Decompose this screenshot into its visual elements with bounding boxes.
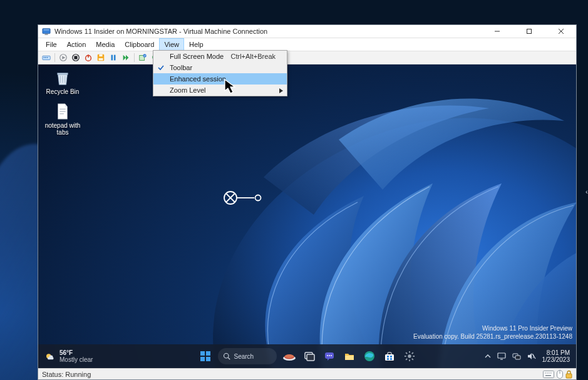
toolbar-separator [54, 53, 55, 62]
desktop-icon-recycle-bin[interactable]: Recycle Bin [41, 68, 85, 95]
ctrl-alt-del-button[interactable] [41, 52, 52, 63]
shut-down-button[interactable] [83, 52, 94, 63]
menu-item-toolbar[interactable]: Toolbar [153, 62, 287, 73]
monitor-tray-icon[interactable] [497, 352, 506, 360]
toolbar [38, 51, 576, 64]
svg-rect-18 [99, 54, 102, 57]
svg-marker-22 [123, 55, 126, 61]
maximize-button[interactable] [515, 25, 543, 38]
svg-rect-0 [43, 29, 50, 34]
search-placeholder: Search [234, 353, 254, 360]
windows-watermark: Windows 11 Pro Insider Preview Evaluatio… [413, 325, 572, 341]
start-menu-button[interactable] [198, 349, 213, 364]
save-button[interactable] [95, 52, 106, 63]
status-text: Status: Running [42, 371, 91, 378]
menu-item-zoom-level[interactable]: Zoom Level [153, 85, 287, 96]
recycle-bin-icon [53, 68, 72, 87]
taskbar-clock[interactable]: 8:01 PM 1/23/2023 [542, 349, 570, 363]
menu-item-label: Zoom Level [170, 86, 205, 94]
svg-rect-2 [44, 29, 49, 30]
weather-widget[interactable]: 56°F Mostly clear [38, 349, 99, 363]
svg-point-52 [329, 355, 330, 356]
guest-taskbar: 56°F Mostly clear Search [38, 344, 576, 368]
svg-rect-8 [44, 57, 45, 58]
menu-help[interactable]: Help [184, 38, 209, 51]
svg-rect-59 [390, 356, 392, 357]
svg-rect-48 [307, 354, 314, 361]
settings-button[interactable] [402, 349, 417, 364]
menu-item-full-screen-mode[interactable]: Full Screen Mode Ctrl+Alt+Break [153, 51, 287, 62]
menu-media[interactable]: Media [91, 38, 120, 51]
chevron-up-icon[interactable] [485, 353, 491, 359]
guest-desktop[interactable]: Recycle Bin notepad with tabs Windows 11… [38, 64, 576, 368]
svg-rect-41 [206, 357, 210, 361]
menu-item-label: Enhanced session [170, 75, 226, 83]
store-button[interactable] [382, 349, 397, 364]
folder-icon [344, 351, 355, 362]
lock-status-icon [565, 370, 572, 379]
watermark-line1: Windows 11 Pro Insider Preview [413, 325, 572, 333]
close-button[interactable] [547, 25, 575, 38]
weather-cond: Mostly clear [59, 356, 93, 363]
reset-button[interactable] [120, 52, 132, 63]
check-icon [157, 64, 165, 71]
weather-icon [44, 351, 56, 362]
watermark-line2: Evaluation copy. Build 25281.rs_prerelea… [413, 333, 572, 341]
svg-rect-61 [390, 358, 392, 360]
svg-point-62 [408, 354, 411, 357]
mouse-status-icon [557, 370, 563, 379]
taskbar-search[interactable]: Search [218, 348, 277, 364]
speaker-tray-icon[interactable] [527, 352, 536, 360]
menu-clipboard[interactable]: Clipboard [120, 38, 159, 51]
menu-item-shortcut: Ctrl+Alt+Break [230, 53, 276, 60]
hyperv-app-icon [42, 27, 51, 36]
svg-line-43 [228, 357, 230, 359]
toolbar-separator [134, 53, 135, 62]
svg-line-69 [406, 359, 407, 360]
svg-marker-86 [279, 88, 283, 93]
desktop-icon-notepad-with-tabs[interactable]: notepad with tabs [41, 102, 85, 136]
menu-item-label: Toolbar [170, 64, 192, 71]
mouse-cursor [224, 79, 238, 95]
menu-item-enhanced-session[interactable]: Enhanced session [153, 73, 287, 85]
taskbar-app-1[interactable] [282, 349, 297, 364]
checkpoint-button[interactable] [137, 52, 148, 63]
titlebar: Windows 11 Insider on MORNINGSTAR - Virt… [38, 25, 576, 38]
network-tray-icon[interactable] [512, 352, 521, 360]
svg-point-42 [224, 354, 229, 359]
pause-button[interactable] [108, 52, 119, 63]
task-view-button[interactable] [302, 349, 317, 364]
chat-icon [324, 351, 335, 362]
file-explorer-button[interactable] [342, 349, 357, 364]
svg-rect-58 [387, 356, 389, 357]
svg-rect-85 [566, 374, 572, 378]
window-title: Windows 11 Insider on MORNINGSTAR - Virt… [54, 28, 479, 35]
start-button[interactable] [58, 52, 69, 63]
turn-off-button[interactable] [70, 52, 81, 63]
vm-connection-window: Windows 11 Insider on MORNINGSTAR - Virt… [38, 24, 577, 380]
svg-rect-20 [111, 55, 113, 61]
svg-rect-38 [200, 351, 205, 356]
desktop-icon-label: notepad with tabs [41, 122, 85, 136]
menu-file[interactable]: File [41, 38, 62, 51]
svg-rect-19 [99, 58, 103, 61]
minimize-button[interactable] [483, 25, 511, 38]
statusbar: Status: Running [38, 368, 576, 379]
chat-button[interactable] [322, 349, 337, 364]
svg-marker-50 [328, 358, 330, 361]
svg-rect-71 [498, 353, 505, 358]
menu-action[interactable]: Action [62, 38, 91, 51]
svg-rect-79 [547, 372, 548, 374]
taskbar-date: 1/23/2023 [542, 356, 570, 363]
bloom-wallpaper [151, 64, 576, 368]
svg-line-70 [411, 352, 413, 354]
svg-marker-87 [225, 80, 235, 93]
weather-temp: 56°F [59, 349, 93, 356]
menubar: File Action Media Clipboard View Help [38, 38, 576, 51]
svg-rect-1 [44, 34, 48, 34]
edge-button[interactable] [362, 349, 377, 364]
svg-rect-82 [545, 375, 551, 376]
recording-indicator [223, 188, 267, 207]
menu-view[interactable]: View [159, 38, 184, 51]
svg-rect-77 [544, 371, 554, 377]
